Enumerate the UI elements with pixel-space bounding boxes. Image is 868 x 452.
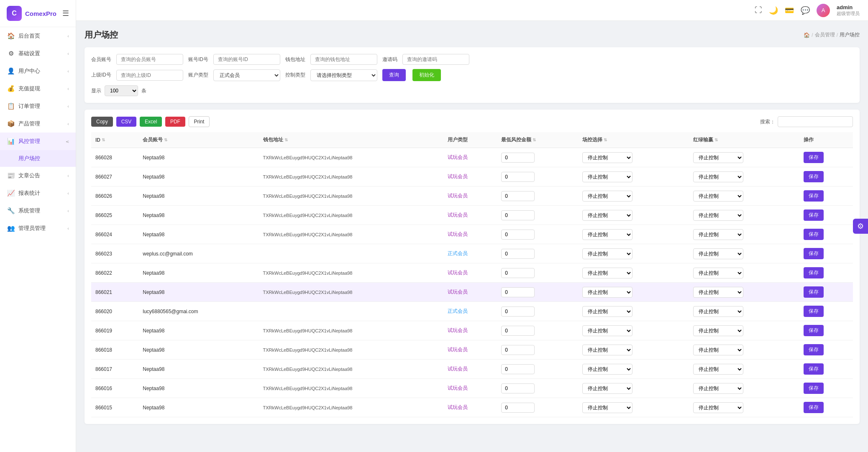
save-button-11[interactable]: 保存 xyxy=(804,363,824,375)
cell-ratio: 停止控制盈利控制亏损控制 xyxy=(689,263,799,283)
ratio-select-2[interactable]: 停止控制盈利控制亏损控制 xyxy=(693,191,743,202)
ratio-select-12[interactable]: 停止控制盈利控制亏损控制 xyxy=(693,383,743,394)
copy-button[interactable]: Copy xyxy=(91,117,113,127)
min-amount-input-4[interactable] xyxy=(501,230,535,240)
control-select-9[interactable]: 停止控制盈利控制亏损控制 xyxy=(582,325,632,336)
ratio-select-8[interactable]: 停止控制盈利控制亏损控制 xyxy=(693,306,743,317)
sidebar-item-orders[interactable]: 📋 订单管理 ‹ xyxy=(0,97,76,115)
sidebar-item-news[interactable]: 📰 文章公告 ‹ xyxy=(0,167,76,184)
sidebar-item-system[interactable]: 🔧 系统管理 ‹ xyxy=(0,202,76,220)
ratio-select-3[interactable]: 停止控制盈利控制亏损控制 xyxy=(693,210,743,221)
excel-button[interactable]: Excel xyxy=(140,117,162,127)
control-select-8[interactable]: 停止控制盈利控制亏损控制 xyxy=(582,306,632,317)
sidebar-item-user-control[interactable]: 用户场控 xyxy=(0,150,76,167)
min-amount-input-11[interactable] xyxy=(501,364,535,374)
sidebar-item-user-center[interactable]: 👤 用户中心 ‹ xyxy=(0,62,76,80)
ratio-select-11[interactable]: 停止控制盈利控制亏损控制 xyxy=(693,364,743,375)
ratio-select-9[interactable]: 停止控制盈利控制亏损控制 xyxy=(693,325,743,336)
control-select-10[interactable]: 停止控制盈利控制亏损控制 xyxy=(582,345,632,355)
control-select-7[interactable]: 停止控制盈利控制亏损控制 xyxy=(582,287,632,298)
save-button-1[interactable]: 保存 xyxy=(804,171,824,182)
account-input[interactable] xyxy=(116,54,183,65)
min-amount-input-3[interactable] xyxy=(501,210,535,220)
message-icon[interactable]: 💬 xyxy=(801,6,810,15)
save-button-8[interactable]: 保存 xyxy=(804,306,824,317)
sidebar-item-products[interactable]: 📦 产品管理 ‹ xyxy=(0,115,76,133)
ratio-select-13[interactable]: 停止控制盈利控制亏损控制 xyxy=(693,402,743,413)
save-button-2[interactable]: 保存 xyxy=(804,190,824,202)
save-button-6[interactable]: 保存 xyxy=(804,267,824,278)
control-select-12[interactable]: 停止控制盈利控制亏损控制 xyxy=(582,383,632,394)
sidebar-toggle-icon[interactable]: ☰ xyxy=(62,9,69,18)
fullscreen-icon[interactable]: ⛶ xyxy=(755,6,762,15)
save-button-0[interactable]: 保存 xyxy=(804,152,824,163)
save-button-7[interactable]: 保存 xyxy=(804,286,824,298)
min-amount-input-13[interactable] xyxy=(501,403,535,413)
sidebar-item-recharge[interactable]: 💰 充值提现 ‹ xyxy=(0,80,76,97)
cell-control: 停止控制盈利控制亏损控制 xyxy=(578,148,689,167)
min-amount-input-5[interactable] xyxy=(501,249,535,259)
float-settings-icon[interactable]: ⚙ xyxy=(853,219,868,234)
cell-action: 保存 xyxy=(799,302,853,321)
print-button[interactable]: Print xyxy=(189,116,210,127)
min-amount-input-1[interactable] xyxy=(501,172,535,182)
cell-id: 866016 xyxy=(91,379,138,398)
control-select-2[interactable]: 停止控制盈利控制亏损控制 xyxy=(582,191,632,202)
sidebar-item-dashboard[interactable]: 🏠 后台首页 ‹ xyxy=(0,27,76,45)
min-amount-input-6[interactable] xyxy=(501,268,535,278)
parent-id-input[interactable] xyxy=(116,70,183,81)
wallet-input[interactable] xyxy=(310,54,377,65)
min-amount-input-0[interactable] xyxy=(501,153,535,163)
min-amount-input-8[interactable] xyxy=(501,306,535,317)
cell-ratio: 停止控制盈利控制亏损控制 xyxy=(689,225,799,244)
ratio-select-10[interactable]: 停止控制盈利控制亏损控制 xyxy=(693,345,743,355)
query-button[interactable]: 查询 xyxy=(382,69,406,81)
min-amount-input-9[interactable] xyxy=(501,326,535,336)
home-icon[interactable]: 🏠 xyxy=(804,32,810,38)
control-select-6[interactable]: 停止控制盈利控制亏损控制 xyxy=(582,268,632,278)
ratio-select-1[interactable]: 停止控制盈利控制亏损控制 xyxy=(693,171,743,182)
save-button-3[interactable]: 保存 xyxy=(804,209,824,221)
control-select-3[interactable]: 停止控制盈利控制亏损控制 xyxy=(582,210,632,221)
table-row: 866022 Neptaa98 TXRkWcLeBEuygd9HUQC2X1vL… xyxy=(91,263,853,283)
control-select-1[interactable]: 停止控制盈利控制亏损控制 xyxy=(582,171,632,182)
cell-min-amount xyxy=(497,302,578,321)
dark-mode-icon[interactable]: 🌙 xyxy=(769,6,778,15)
sidebar-item-reports[interactable]: 📈 报表统计 ‹ xyxy=(0,184,76,202)
control-select-5[interactable]: 停止控制盈利控制亏损控制 xyxy=(582,248,632,259)
ratio-select-6[interactable]: 停止控制盈利控制亏损控制 xyxy=(693,268,743,278)
ratio-select-0[interactable]: 停止控制盈利控制亏损控制 xyxy=(693,152,743,163)
display-count-select[interactable]: 10 25 50 100 xyxy=(105,85,138,96)
min-amount-input-12[interactable] xyxy=(501,383,535,393)
ratio-select-5[interactable]: 停止控制盈利控制亏损控制 xyxy=(693,248,743,259)
control-select-13[interactable]: 停止控制盈利控制亏损控制 xyxy=(582,402,632,413)
sidebar-item-admins[interactable]: 👥 管理员管理 ‹ xyxy=(0,220,76,237)
ratio-select-4[interactable]: 停止控制盈利控制亏损控制 xyxy=(693,229,743,240)
control-type-select[interactable]: 请选择控制类型 停止控制 盈利控制 亏损控制 xyxy=(310,69,377,81)
save-button-5[interactable]: 保存 xyxy=(804,248,824,259)
user-info: admin 超级管理员 xyxy=(837,4,860,17)
save-button-13[interactable]: 保存 xyxy=(804,402,824,413)
control-select-11[interactable]: 停止控制盈利控制亏损控制 xyxy=(582,364,632,375)
account-id-input[interactable] xyxy=(213,54,280,65)
pdf-button[interactable]: PDF xyxy=(165,117,185,127)
control-select-0[interactable]: 停止控制盈利控制亏损控制 xyxy=(582,152,632,163)
csv-button[interactable]: CSV xyxy=(116,117,137,127)
min-amount-input-10[interactable] xyxy=(501,345,535,355)
save-button-12[interactable]: 保存 xyxy=(804,383,824,394)
ratio-select-7[interactable]: 停止控制盈利控制亏损控制 xyxy=(693,287,743,298)
min-amount-input-2[interactable] xyxy=(501,191,535,201)
sidebar-item-basic-settings[interactable]: ⚙ 基础设置 ‹ xyxy=(0,45,76,62)
invite-code-input[interactable] xyxy=(402,54,469,65)
save-button-10[interactable]: 保存 xyxy=(804,344,824,355)
sidebar-item-label: 系统管理 xyxy=(18,207,40,215)
search-input[interactable] xyxy=(778,116,853,127)
wallet-icon[interactable]: 💳 xyxy=(785,6,794,15)
save-button-4[interactable]: 保存 xyxy=(804,229,824,240)
account-type-select[interactable]: 正式会员 试玩会员 xyxy=(213,69,280,81)
reset-button[interactable]: 初始化 xyxy=(412,69,441,81)
control-select-4[interactable]: 停止控制盈利控制亏损控制 xyxy=(582,229,632,240)
min-amount-input-7[interactable] xyxy=(501,287,535,297)
save-button-9[interactable]: 保存 xyxy=(804,325,824,336)
sidebar-item-risk-mgmt[interactable]: 📊 风控管理 ∨ xyxy=(0,133,76,150)
